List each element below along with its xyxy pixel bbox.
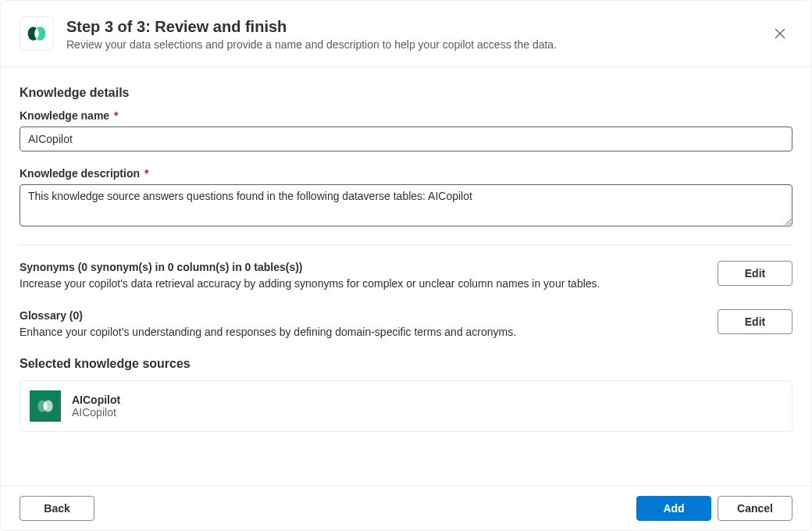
required-indicator: *: [141, 167, 148, 180]
dialog-header: Step 3 of 3: Review and finish Review yo…: [1, 1, 811, 67]
source-subtitle: AICopilot: [72, 406, 782, 419]
source-title: AICopilot: [72, 394, 782, 406]
glossary-label: Glossary (0): [20, 309, 702, 322]
knowledge-name-field: Knowledge name *: [20, 109, 792, 151]
dataverse-source-icon: [30, 390, 61, 422]
dataverse-icon: [20, 16, 54, 51]
edit-synonyms-button[interactable]: Edit: [718, 261, 792, 286]
knowledge-description-input[interactable]: This knowledge source answers questions …: [20, 184, 792, 226]
dialog-review-and-finish: Step 3 of 3: Review and finish Review yo…: [0, 0, 812, 531]
glossary-row: Glossary (0) Enhance your copilot's unde…: [20, 309, 792, 340]
dialog-footer: Back Add Cancel: [1, 486, 811, 530]
glossary-description: Enhance your copilot's understanding and…: [20, 325, 702, 340]
selected-source-item: AICopilot AICopilot: [20, 380, 792, 432]
knowledge-description-field: Knowledge description * This knowledge s…: [20, 167, 792, 229]
knowledge-name-label: Knowledge name *: [20, 109, 792, 122]
dialog-header-text: Step 3 of 3: Review and finish Review yo…: [66, 16, 755, 51]
close-icon: [774, 27, 786, 40]
dialog-subtitle: Review your data selections and provide …: [66, 38, 755, 51]
synonyms-label: Synonyms (0 synonym(s) in 0 column(s) in…: [20, 261, 702, 273]
synonyms-row: Synonyms (0 synonym(s) in 0 column(s) in…: [20, 261, 792, 292]
edit-glossary-button[interactable]: Edit: [718, 309, 792, 334]
knowledge-name-input[interactable]: [20, 127, 792, 151]
back-button[interactable]: Back: [20, 496, 94, 521]
cancel-button[interactable]: Cancel: [718, 496, 792, 521]
divider: [20, 244, 792, 245]
selected-sources-title: Selected knowledge sources: [20, 357, 792, 371]
knowledge-description-label: Knowledge description *: [20, 167, 792, 180]
close-button[interactable]: [767, 21, 792, 46]
dialog-title: Step 3 of 3: Review and finish: [66, 16, 755, 37]
required-indicator: *: [111, 109, 118, 122]
add-button[interactable]: Add: [636, 496, 711, 521]
knowledge-details-title: Knowledge details: [20, 86, 792, 100]
dialog-content: Knowledge details Knowledge name * Knowl…: [1, 67, 811, 486]
synonyms-description: Increase your copilot's data retrieval a…: [20, 276, 702, 292]
